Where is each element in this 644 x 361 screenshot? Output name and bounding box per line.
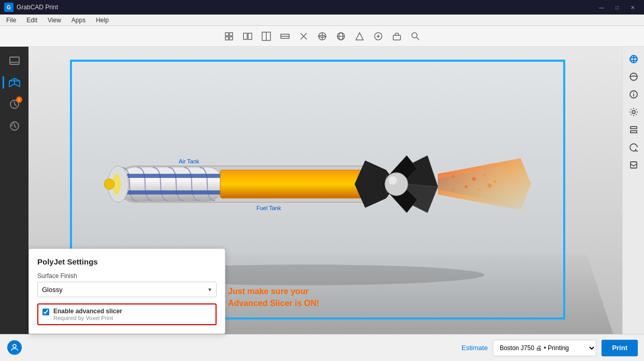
toolbar-icon-10[interactable] [390,29,404,44]
toolbar-icon-6[interactable] [315,29,330,44]
menu-view[interactable]: View [46,17,63,24]
svg-rect-37 [631,127,637,129]
svg-rect-3 [230,37,233,40]
close-button[interactable]: ✕ [625,2,640,12]
advanced-slicer-row: Enable advanced slicer Required by Voxel… [37,303,217,325]
svg-rect-1 [230,33,233,36]
polyjet-settings-panel: PolyJet Settings Surface Finish Glossy M… [28,248,225,334]
svg-rect-45 [220,170,365,198]
toolbar-icon-5[interactable] [296,29,311,44]
svg-point-55 [389,176,397,185]
toolbar-icon-1[interactable] [222,29,236,44]
right-sidebar [622,47,644,361]
svg-point-61 [483,174,485,176]
svg-point-66 [488,184,492,188]
svg-rect-43 [119,174,223,178]
titlebar: G GrabCAD Print — □ ✕ [0,0,644,15]
toolbar-icon-9[interactable] [371,29,385,44]
svg-rect-5 [248,33,252,39]
history-badge: 3 [16,96,22,103]
app-logo: G [4,3,13,12]
sidebar-item-tray[interactable] [5,51,24,71]
svg-rect-4 [244,33,247,39]
menu-file[interactable]: File [4,17,18,24]
svg-rect-18 [393,35,400,40]
user-avatar[interactable] [7,340,22,355]
surface-finish-select[interactable]: Glossy Matte [37,282,217,297]
surface-finish-label: Surface Finish [37,272,217,280]
menu-edit[interactable]: Edit [24,17,39,24]
menubar: File Edit View Apps Help [0,15,644,26]
svg-rect-2 [225,37,228,40]
toolbar-icon-2[interactable] [240,29,255,44]
advanced-slicer-label: Enable advanced slicer [53,308,122,315]
sidebar-view-3d[interactable] [625,51,642,67]
sidebar-settings[interactable] [625,104,642,120]
advanced-slicer-sublabel: Required by Voxel Print [53,315,122,321]
sidebar-item-recent[interactable] [5,116,24,136]
callout-text: Just make sure your Advanced Slicer is O… [228,286,319,309]
svg-point-59 [463,180,465,183]
svg-point-60 [472,177,476,181]
svg-point-62 [493,180,496,183]
svg-point-48 [104,179,115,189]
svg-rect-44 [119,190,223,195]
app-title: GrabCAD Print [17,4,58,11]
svg-point-19 [412,33,417,38]
bottombar: Estimate Boston J750 🖨 • Printing Print [0,334,644,361]
left-sidebar: 3 [0,47,28,361]
callout-line2: Advanced Slicer is ON! [228,298,319,309]
svg-text:Fuel Tank: Fuel Tank [256,205,281,211]
svg-marker-57 [438,166,516,202]
polyjet-panel-title: PolyJet Settings [37,257,217,266]
toolbar-icon-8[interactable] [352,29,367,44]
sidebar-refresh[interactable] [625,139,642,156]
toolbar-icon-3[interactable] [259,29,274,44]
printer-select[interactable]: Boston J750 🖨 • Printing [493,340,596,356]
toolbar [0,26,644,47]
menu-help[interactable]: Help [94,17,111,24]
estimate-button[interactable]: Estimate [462,344,488,352]
sidebar-item-history[interactable]: 3 [5,94,24,114]
svg-rect-21 [10,57,19,64]
toolbar-icon-4[interactable] [278,29,292,44]
svg-point-63 [452,188,454,190]
svg-point-58 [452,175,455,178]
svg-point-35 [633,93,634,93]
svg-point-54 [385,173,408,196]
svg-line-20 [417,37,419,40]
callout-line1: Just make sure your [228,286,319,297]
svg-point-65 [478,188,480,190]
svg-point-64 [465,185,468,188]
advanced-slicer-checkbox[interactable] [42,309,49,315]
toolbar-icon-11[interactable] [408,29,423,44]
print-button[interactable]: Print [602,340,638,356]
svg-point-69 [13,344,16,348]
maximize-button[interactable]: □ [610,2,624,12]
svg-rect-38 [631,131,637,133]
svg-point-36 [632,110,635,114]
svg-rect-0 [225,33,228,36]
toolbar-icon-7[interactable] [334,29,348,44]
sidebar-layers[interactable] [625,121,642,138]
sidebar-export[interactable] [625,157,642,173]
menu-apps[interactable]: Apps [69,17,88,24]
minimize-button[interactable]: — [594,2,609,12]
sidebar-view-layer[interactable] [625,68,642,85]
sidebar-item-model[interactable] [5,73,24,92]
sidebar-info[interactable] [625,86,642,103]
svg-text:Air Tank: Air Tank [179,158,199,164]
